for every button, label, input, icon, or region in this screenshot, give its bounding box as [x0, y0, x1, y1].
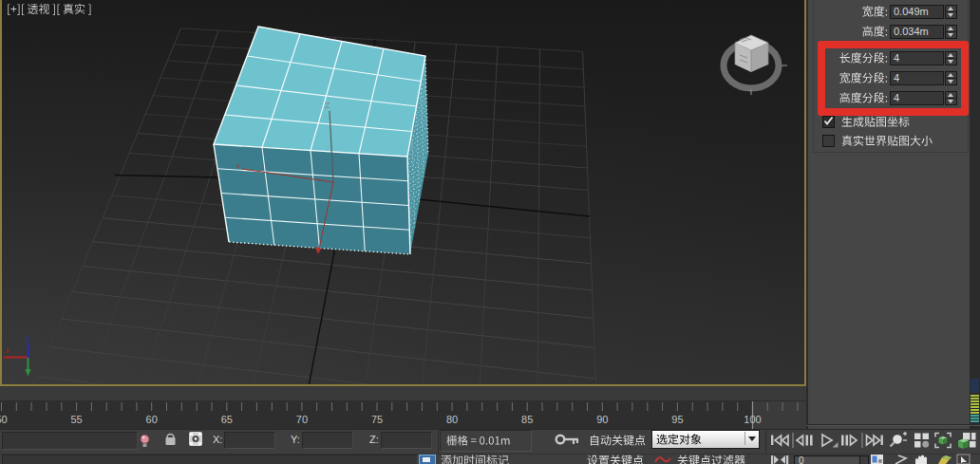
- svg-text:95: 95: [671, 414, 683, 425]
- svg-text:80: 80: [446, 414, 458, 425]
- svg-text:100: 100: [744, 414, 761, 425]
- svg-text:Z: Z: [26, 335, 30, 343]
- svg-text:x: x: [6, 347, 9, 354]
- svg-text:70: 70: [296, 414, 308, 425]
- svg-text:75: 75: [371, 414, 383, 425]
- svg-text:85: 85: [521, 414, 533, 425]
- svg-text:60: 60: [146, 414, 158, 425]
- svg-text:90: 90: [596, 414, 608, 425]
- svg-text:65: 65: [221, 414, 233, 425]
- svg-text:50: 50: [0, 414, 8, 425]
- svg-text:Z: Z: [325, 101, 330, 110]
- svg-text:55: 55: [70, 414, 82, 425]
- svg-text:x: x: [236, 161, 240, 170]
